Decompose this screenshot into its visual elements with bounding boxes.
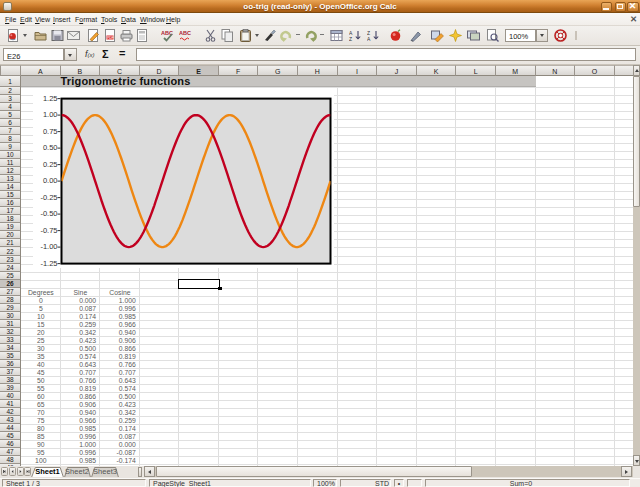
svg-text:A: A bbox=[367, 36, 371, 42]
svg-text:Z: Z bbox=[349, 36, 352, 42]
svg-text:ABC: ABC bbox=[179, 30, 191, 36]
svg-text:PDF: PDF bbox=[107, 36, 114, 40]
svg-text:A: A bbox=[349, 30, 353, 36]
svg-text:Z: Z bbox=[367, 30, 370, 36]
